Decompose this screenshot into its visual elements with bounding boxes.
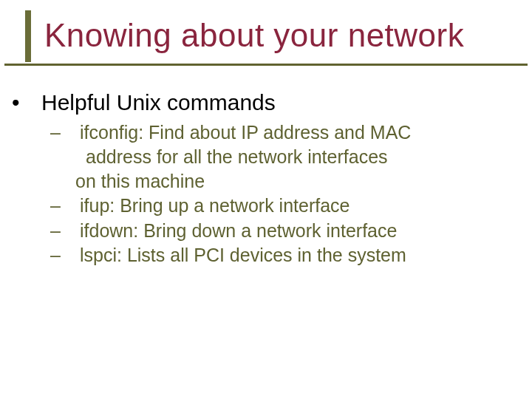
dash-glyph: – (65, 194, 80, 217)
level1-text: Helpful Unix commands (41, 90, 276, 115)
level2-text: ifconfig: Find about IP address and MAC (80, 122, 411, 143)
title-wrap: Knowing about your network (44, 18, 517, 53)
dash-glyph: – (65, 219, 80, 242)
dash-glyph: – (65, 121, 80, 144)
level2-cont: on this machine (27, 170, 505, 193)
accent-bar (25, 10, 31, 62)
level2-cont: address for all the network interfaces (27, 146, 505, 168)
slide-title: Knowing about your network (44, 18, 517, 53)
level2-text: lspci: Lists all PCI devices in the syst… (80, 245, 406, 265)
bullet-level2: –ifdown: Bring down a network interface (27, 219, 505, 242)
bullet-level2: –lspci: Lists all PCI devices in the sys… (27, 244, 505, 267)
bullet-level2: –ifup: Bring up a network interface (27, 194, 505, 217)
slide: Knowing about your network •Helpful Unix… (0, 0, 532, 399)
dash-glyph: – (65, 244, 80, 267)
slide-body: •Helpful Unix commands –ifconfig: Find a… (27, 89, 505, 268)
bullet-glyph: • (27, 89, 41, 117)
level2-text: ifup: Bring up a network interface (80, 195, 349, 216)
bullet-level1: •Helpful Unix commands (27, 89, 505, 117)
level2-text: ifdown: Bring down a network interface (80, 220, 397, 241)
bullet-level2: –ifconfig: Find about IP address and MAC (27, 121, 505, 144)
title-underline (4, 64, 528, 66)
